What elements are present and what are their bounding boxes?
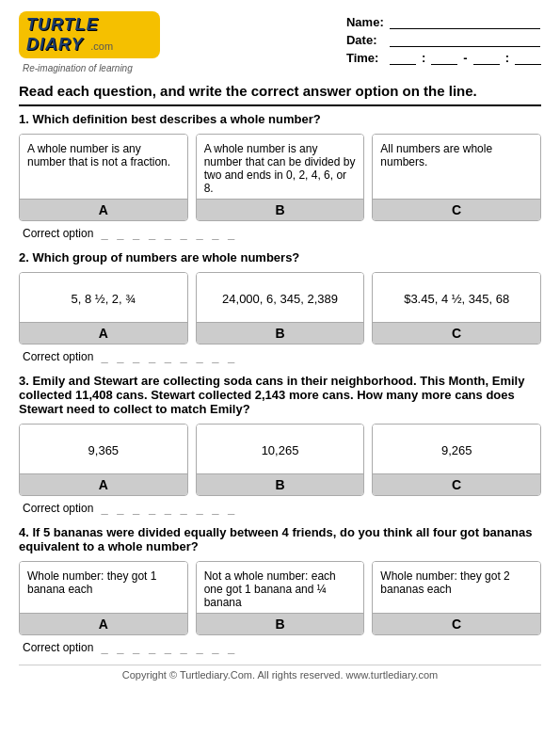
option-label-4-C: C <box>373 613 540 634</box>
option-box-2-C: $3.45, 4 ½, 345, 68C <box>372 272 541 344</box>
option-content-text-3-A: 9,365 <box>88 443 120 457</box>
question-title-4: 4. If 5 bananas were divided equally bet… <box>19 525 541 553</box>
option-label-1-A: A <box>20 199 187 220</box>
answer-dashes-2: _ _ _ _ _ _ _ _ _ <box>101 350 237 364</box>
option-content-text-2-B: 24,000, 6, 345, 2,389 <box>222 292 338 306</box>
option-content-text-4-B: Not a whole number: each one got 1 banan… <box>197 562 364 613</box>
options-row-1: A whole number is any number that is not… <box>19 134 541 221</box>
option-content-text-2-A: 5, 8 ½, 2, ¾ <box>72 292 136 306</box>
time-sep-2: - <box>463 51 467 65</box>
header: TURTLE DIARY .com Re-imagination of lear… <box>19 11 541 74</box>
option-content-text-3-B: 10,265 <box>262 443 299 457</box>
answer-dashes-3: _ _ _ _ _ _ _ _ _ <box>101 502 237 516</box>
time-sep-1: : <box>422 51 425 65</box>
option-box-1-B: A whole number is any number that can be… <box>196 134 365 221</box>
instructions: Read each question, and write the correc… <box>19 82 541 106</box>
logo-box: TURTLE DIARY .com <box>19 11 160 58</box>
time-line-2 <box>431 52 457 65</box>
option-label-2-B: B <box>197 322 364 344</box>
option-label-4-B: B <box>197 613 364 634</box>
option-box-2-A: 5, 8 ½, 2, ¾A <box>19 272 188 344</box>
options-row-2: 5, 8 ½, 2, ¾A24,000, 6, 345, 2,389B$3.45… <box>19 272 541 344</box>
correct-label-3: Correct option <box>23 502 93 515</box>
questions-container: 1. Which definition best describes a who… <box>19 112 541 655</box>
logo-area: TURTLE DIARY .com Re-imagination of lear… <box>19 11 160 74</box>
option-content-text-4-C: Whole number: they got 2 bananas each <box>373 562 540 613</box>
correct-option-row-1: Correct option_ _ _ _ _ _ _ _ _ <box>19 227 541 241</box>
date-row: Date: <box>346 33 541 47</box>
option-box-3-C: 9,265C <box>372 424 541 496</box>
option-label-3-C: C <box>373 473 540 495</box>
option-content-text-3-C: 9,265 <box>441 443 472 457</box>
option-box-3-A: 9,365A <box>19 424 188 496</box>
question-title-3: 3. Emily and Stewart are collecting soda… <box>19 374 541 416</box>
page: TURTLE DIARY .com Re-imagination of lear… <box>0 0 560 753</box>
time-line-3 <box>473 52 500 65</box>
option-box-4-A: Whole number: they got 1 banana eachA <box>19 561 188 635</box>
option-label-2-C: C <box>373 322 540 344</box>
option-label-4-A: A <box>20 613 187 634</box>
correct-option-row-2: Correct option_ _ _ _ _ _ _ _ _ <box>19 350 541 364</box>
option-label-3-A: A <box>20 473 187 495</box>
option-box-3-B: 10,265B <box>196 424 365 496</box>
option-box-1-A: A whole number is any number that is not… <box>19 134 188 221</box>
question-4: 4. If 5 bananas were divided equally bet… <box>19 525 541 655</box>
date-line <box>390 34 540 47</box>
logo-com: .com <box>90 40 113 52</box>
time-line-1 <box>390 52 416 65</box>
option-box-1-C: All numbers are whole numbers.C <box>372 134 541 221</box>
option-box-4-B: Not a whole number: each one got 1 banan… <box>196 561 365 635</box>
options-row-3: 9,365A10,265B9,265C <box>19 424 541 496</box>
option-content-text-1-A: A whole number is any number that is not… <box>20 135 187 199</box>
question-title-1: 1. Which definition best describes a who… <box>19 112 541 126</box>
option-content-text-1-C: All numbers are whole numbers. <box>373 135 540 199</box>
time-sep-3: : <box>505 51 509 65</box>
option-content-text-2-C: $3.45, 4 ½, 345, 68 <box>404 292 509 306</box>
correct-label-1: Correct option <box>23 227 93 240</box>
option-label-3-B: B <box>197 473 364 495</box>
answer-dashes-4: _ _ _ _ _ _ _ _ _ <box>101 641 237 655</box>
question-3: 3. Emily and Stewart are collecting soda… <box>19 374 541 516</box>
option-label-1-B: B <box>197 199 364 220</box>
question-title-2: 2. Which group of numbers are whole numb… <box>19 250 541 264</box>
answer-dashes-1: _ _ _ _ _ _ _ _ _ <box>101 227 237 241</box>
correct-option-row-4: Correct option_ _ _ _ _ _ _ _ _ <box>19 641 541 655</box>
name-label: Name: <box>346 15 384 29</box>
logo-text: TURTLE DIARY <box>26 15 99 54</box>
question-2: 2. Which group of numbers are whole numb… <box>19 250 541 364</box>
option-content-text-4-A: Whole number: they got 1 banana each <box>20 562 187 613</box>
option-label-2-A: A <box>20 322 187 344</box>
name-fields: Name: Date: Time: : - : <box>346 11 541 65</box>
correct-label-4: Correct option <box>23 641 93 654</box>
option-label-1-C: C <box>373 199 540 220</box>
options-row-4: Whole number: they got 1 banana eachANot… <box>19 561 541 635</box>
question-1: 1. Which definition best describes a who… <box>19 112 541 241</box>
option-box-4-C: Whole number: they got 2 bananas eachC <box>372 561 541 635</box>
footer: Copyright © Turtlediary.Com. All rights … <box>19 665 541 681</box>
time-label: Time: <box>346 51 384 65</box>
option-content-text-1-B: A whole number is any number that can be… <box>197 135 364 199</box>
correct-option-row-3: Correct option_ _ _ _ _ _ _ _ _ <box>19 502 541 516</box>
time-row: Time: : - : <box>346 51 541 65</box>
option-box-2-B: 24,000, 6, 345, 2,389B <box>196 272 365 344</box>
correct-label-2: Correct option <box>23 350 93 363</box>
date-label: Date: <box>346 33 384 47</box>
time-line-4 <box>515 52 541 65</box>
logo-sub: Re-imagination of learning <box>23 63 133 73</box>
name-row: Name: <box>346 15 541 29</box>
name-line <box>390 16 540 29</box>
